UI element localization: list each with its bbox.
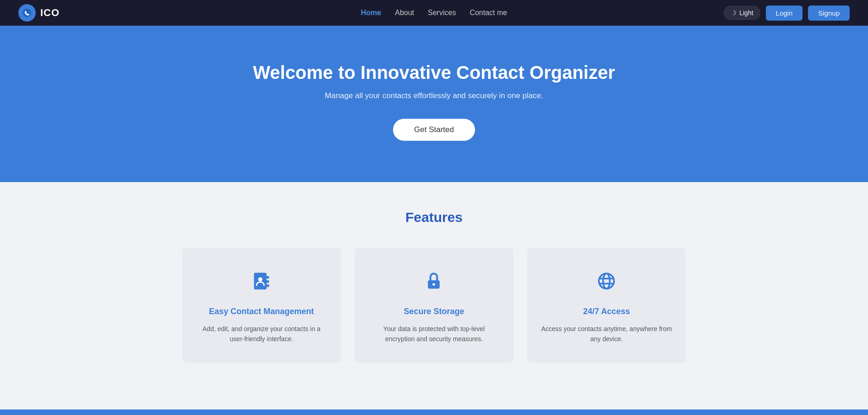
login-button[interactable]: Login [766,6,803,21]
svg-point-0 [23,9,31,17]
feature-card-access: 24/7 Access Access your contacts anytime… [527,248,686,363]
svg-rect-2 [267,276,269,279]
half-moon-icon: ☽ [731,9,737,17]
feature-desc-storage: Your data is protected with top-level en… [368,324,500,344]
lock-icon [424,271,444,296]
theme-toggle-label: Light [739,9,753,17]
globe-icon [596,271,617,296]
feature-name-access: 24/7 Access [583,307,630,316]
hero-subtitle: Manage all your contacts effortlessly an… [325,91,543,100]
brand-logo-link[interactable]: ICO [18,4,60,22]
nav-about[interactable]: About [395,9,414,17]
features-section: Features Easy Contact Management Add, ed… [0,182,868,399]
feature-desc-contact: Add, edit, and organize your contacts in… [196,324,328,344]
navbar-right: ☽ Light Login Signup [724,6,850,21]
feature-desc-access: Access your contacts anytime, anywhere f… [541,324,672,344]
brand-name: ICO [40,7,60,19]
hero-title: Welcome to Innovative Contact Organizer [253,62,615,83]
signup-button[interactable]: Signup [808,6,850,21]
feature-name-storage: Secure Storage [404,307,464,316]
brand-logo-icon [18,4,36,22]
nav-services[interactable]: Services [428,9,456,17]
theme-toggle-button[interactable]: ☽ Light [724,6,760,20]
features-title: Features [27,210,841,225]
footer-bar [0,409,868,415]
svg-point-7 [433,283,436,286]
nav-links: Home About Services Contact me [361,9,507,17]
svg-point-5 [258,277,262,282]
contact-book-icon [251,271,272,296]
svg-rect-3 [267,280,269,283]
feature-card-contact: Easy Contact Management Add, edit, and o… [182,248,341,363]
nav-contact[interactable]: Contact me [469,9,507,17]
hero-section: Welcome to Innovative Contact Organizer … [0,26,868,182]
svg-point-9 [603,274,610,289]
feature-card-storage: Secure Storage Your data is protected wi… [355,248,513,363]
navbar: ICO Home About Services Contact me ☽ Lig… [0,0,868,26]
features-grid: Easy Contact Management Add, edit, and o… [182,248,686,363]
feature-name-contact: Easy Contact Management [209,307,314,316]
get-started-button[interactable]: Get Started [393,119,475,141]
nav-home[interactable]: Home [361,9,381,17]
svg-point-8 [599,274,614,289]
svg-rect-4 [267,284,269,287]
